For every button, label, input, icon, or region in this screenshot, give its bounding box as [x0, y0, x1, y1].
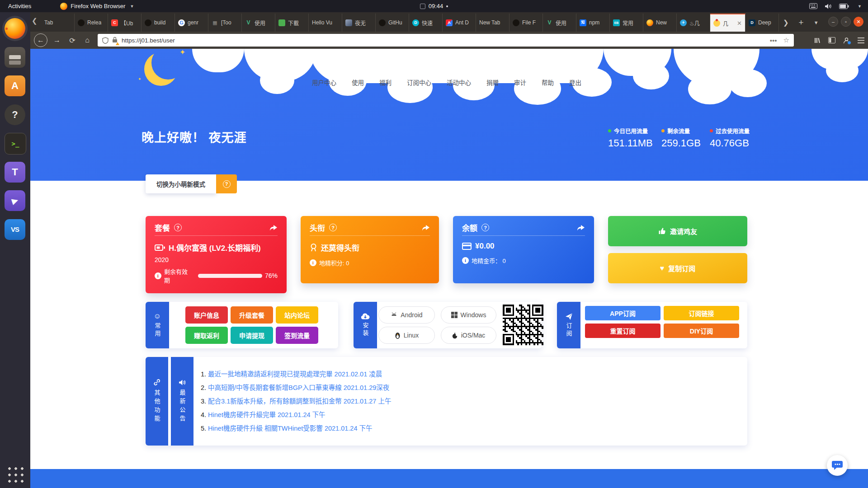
plan-card[interactable]: 套餐 ? H.偶尔富强 (LV2.长期福利) 2020 i 剩余有效期 76% — [146, 216, 287, 293]
window-minimize-button[interactable]: – — [828, 17, 838, 27]
browser-tab[interactable]: ✈♨几 — [677, 14, 710, 32]
browser-tab[interactable]: build — [142, 14, 175, 32]
tab-scroll-left-icon[interactable]: ❮ — [32, 17, 38, 25]
install-windows-button[interactable]: Windows — [441, 306, 496, 324]
reload-button[interactable]: ⟳ — [66, 32, 78, 49]
mode-toggle-button[interactable]: 切换为小萌新模式 — [146, 174, 216, 193]
vscode-icon[interactable]: VS — [5, 219, 25, 240]
site-nav-item[interactable]: 活动中心 — [447, 78, 471, 87]
site-nav-item[interactable]: 帮助 — [542, 78, 554, 87]
quick-button[interactable]: 签到流量 — [276, 327, 318, 344]
browser-tab[interactable]: C【Ub — [108, 14, 142, 32]
subscribe-button[interactable]: 订阅链接 — [664, 306, 739, 320]
site-nav-item[interactable]: 福利 — [379, 78, 392, 87]
latest-news-tab[interactable]: 最新公告 — [171, 357, 193, 446]
browser-tab[interactable]: EB常用 — [610, 14, 643, 32]
site-nav-item[interactable]: 登出 — [569, 78, 581, 87]
subscribe-button[interactable]: APP订阅 — [585, 306, 660, 320]
browser-tab[interactable]: 知npm — [576, 14, 610, 32]
honor-card[interactable]: 头衔 ? 还莫得头衔 i 地精积分: 0 — [301, 216, 439, 283]
balance-card[interactable]: 余额 ? ¥0.00 i 地精金币： 0 — [453, 216, 594, 283]
tab-close-icon[interactable]: ✕ — [737, 20, 742, 27]
lock-icon[interactable] — [112, 37, 118, 44]
site-nav-item[interactable]: 使用 — [352, 78, 364, 87]
install-android-button[interactable]: Android — [378, 306, 435, 324]
install-iosmac-button[interactable]: iOS/Mac — [441, 327, 496, 344]
browser-tab[interactable]: V使用 — [242, 14, 275, 32]
site-nav-item[interactable]: 用户中心 — [312, 78, 336, 87]
bookmark-star-icon[interactable]: ☆ — [783, 36, 789, 44]
subscribe-button[interactable]: DIY订阅 — [664, 324, 739, 338]
browser-tab[interactable]: DDeep — [745, 14, 779, 32]
copy-subscription-button[interactable]: ♥ 复制订阅 — [608, 253, 747, 283]
library-icon[interactable] — [814, 37, 821, 44]
browser-tab[interactable]: V使用 — [543, 14, 576, 32]
terminal-icon[interactable]: >_ — [5, 133, 26, 155]
subscribe-button[interactable]: 重置订阅 — [585, 324, 660, 338]
site-nav-item[interactable]: 捐赠 — [486, 78, 499, 87]
browser-tab[interactable]: GitHu — [376, 14, 409, 32]
new-tab-button[interactable]: + — [799, 18, 804, 28]
ubuntu-software-icon[interactable]: A — [5, 75, 25, 96]
browser-tab[interactable]: 几✕ — [710, 14, 745, 32]
window-maximize-button[interactable]: ▫ — [841, 17, 851, 27]
menu-icon[interactable] — [858, 38, 864, 43]
invite-friends-button[interactable]: 邀请鸡友 — [608, 216, 747, 246]
firefox-icon[interactable] — [5, 18, 25, 39]
quick-button[interactable]: 赚取返利 — [185, 327, 228, 344]
browser-tab[interactable]: AAnt D — [443, 14, 476, 32]
mode-help-button[interactable]: ? — [216, 174, 237, 193]
browser-tab[interactable]: D快速 — [409, 14, 443, 32]
announcement-link[interactable]: 中高短期/中等長期套餐新增BGP入口華東專線 2021.01.29深夜 — [208, 384, 389, 391]
quick-button[interactable]: 账户信息 — [185, 306, 228, 324]
url-text[interactable]: https://j01.best/user — [122, 37, 175, 44]
share-arrow-icon[interactable] — [269, 224, 278, 231]
page-actions-icon[interactable]: ••• — [770, 37, 777, 44]
app-menu[interactable]: Firefox Web Browser ▼ — [60, 3, 134, 10]
announcement-link[interactable]: 配合3.1新版本升級，所有餘額調整到抵扣金幣 2021.01.27 上午 — [208, 398, 391, 405]
tracking-shield-icon[interactable] — [102, 37, 108, 44]
send-app-icon[interactable]: ▶ — [5, 190, 25, 211]
share-arrow-icon[interactable] — [576, 224, 585, 231]
system-menu-chevron-icon[interactable]: ▼ — [858, 4, 862, 9]
account-icon[interactable] — [843, 37, 850, 44]
browser-tab[interactable]: 夜无 — [342, 14, 376, 32]
browser-tab[interactable]: Ggenr — [175, 14, 208, 32]
quick-button[interactable]: 申请提现 — [231, 327, 273, 344]
sidebar-icon[interactable] — [828, 37, 835, 43]
volume-icon[interactable] — [825, 3, 832, 9]
forward-button[interactable]: → — [51, 32, 63, 49]
install-linux-button[interactable]: Linux — [378, 327, 435, 344]
battery-icon[interactable] — [839, 4, 849, 9]
browser-tab[interactable]: Hello Vu — [309, 14, 342, 32]
tab-dropdown-icon[interactable]: ▼ — [814, 20, 819, 25]
help-icon[interactable]: ? — [5, 104, 25, 125]
home-button[interactable]: ⌂ — [81, 32, 93, 49]
help-icon[interactable]: ? — [481, 224, 489, 231]
chat-widget-button[interactable] — [827, 455, 848, 476]
other-functions-tab[interactable]: 其他功能 — [146, 357, 168, 446]
share-arrow-icon[interactable] — [421, 224, 430, 231]
show-applications-button[interactable] — [6, 465, 24, 483]
files-icon[interactable] — [5, 47, 25, 68]
help-icon[interactable]: ? — [329, 224, 337, 231]
browser-tab[interactable]: ▦[Too — [208, 14, 242, 32]
text-editor-icon[interactable]: T — [5, 162, 25, 183]
browser-tab[interactable]: 下載 — [275, 14, 309, 32]
clock[interactable]: 09:44 — [429, 3, 443, 9]
window-close-button[interactable]: ✕ — [854, 17, 863, 27]
help-icon[interactable]: ? — [174, 224, 182, 231]
announcement-link[interactable]: Hinet機房硬件升級 相關TWHinet受影響 2021.01.24 下午 — [208, 425, 372, 432]
tab-scroll-right-icon[interactable]: ❯ — [783, 19, 789, 27]
announcement-link[interactable]: 最近一批地精邀請返利提現已提現處理完畢 2021.02.01 凌晨 — [208, 371, 382, 378]
browser-tab[interactable]: Tab — [41, 14, 75, 32]
quick-button[interactable]: 升级套餐 — [231, 306, 273, 324]
browser-tab[interactable]: Relea — [75, 14, 108, 32]
activities-button[interactable]: Activities — [5, 3, 34, 9]
url-bar[interactable]: https://j01.best/user ••• ☆ — [98, 34, 794, 47]
browser-tab[interactable]: File F — [509, 14, 543, 32]
site-nav-item[interactable]: 审计 — [514, 78, 526, 87]
install-tab[interactable]: 安装 — [354, 302, 377, 348]
back-button[interactable]: ← — [34, 33, 47, 47]
common-tab[interactable]: ☺ 常用 — [146, 302, 169, 348]
